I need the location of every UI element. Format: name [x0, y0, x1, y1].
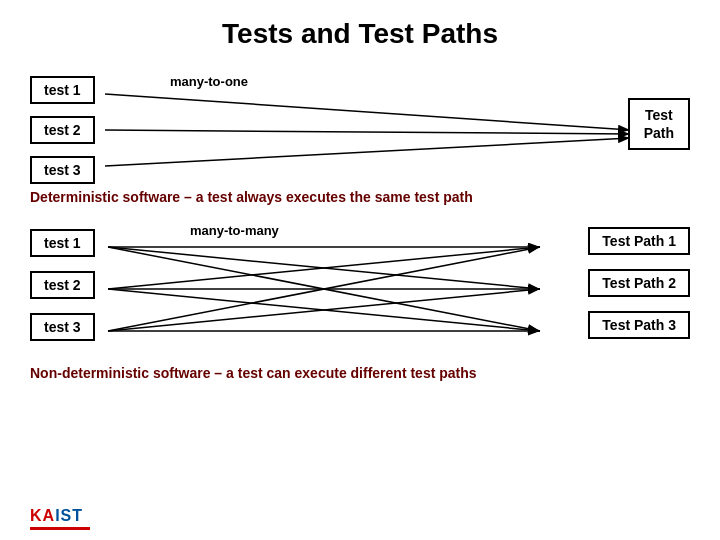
svg-line-3 [105, 138, 630, 166]
section1-test2: test 2 [30, 116, 95, 144]
section1-test3: test 3 [30, 156, 95, 184]
nondeterministic-text: Non-deterministic software – a test can … [30, 365, 690, 381]
page-container: Tests and Test Paths test 1 test 2 test … [0, 0, 720, 540]
section2-result2: Test Path 2 [588, 269, 690, 297]
section2-result1: Test Path 1 [588, 227, 690, 255]
deterministic-text: Deterministic software – a test always e… [30, 189, 690, 205]
section2-test1: test 1 [30, 229, 95, 257]
svg-line-2 [105, 130, 630, 134]
section2-test3: test 3 [30, 313, 95, 341]
section1-result: TestPath [628, 98, 690, 150]
svg-line-1 [105, 94, 630, 130]
section1-arrows [30, 68, 690, 183]
section2-result3: Test Path 3 [588, 311, 690, 339]
section1-test1: test 1 [30, 76, 95, 104]
section2-test2: test 2 [30, 271, 95, 299]
kaist-logo: KAIST [30, 507, 90, 530]
page-title: Tests and Test Paths [30, 18, 690, 50]
